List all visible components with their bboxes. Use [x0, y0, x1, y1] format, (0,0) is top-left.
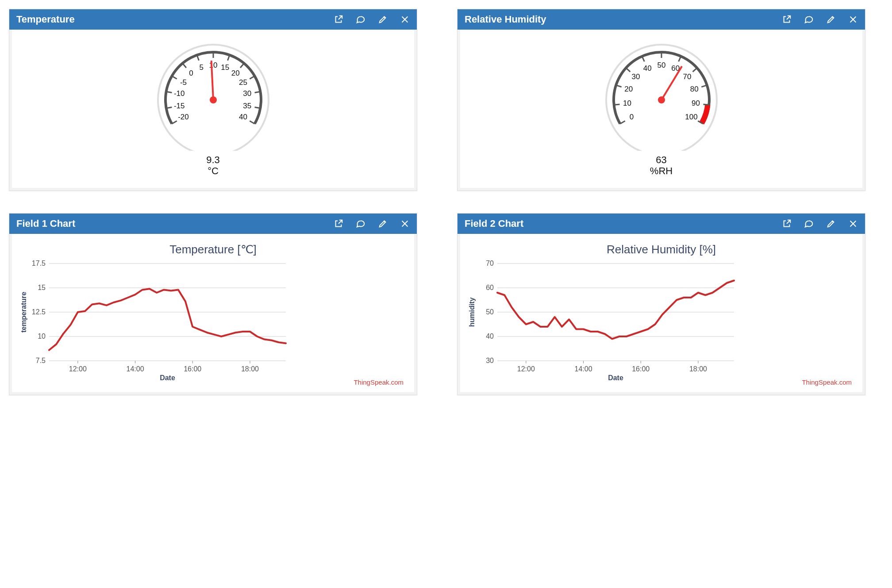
chart-title: Temperature [℃] [18, 243, 408, 256]
svg-text:30: 30 [631, 73, 640, 81]
svg-text:18:00: 18:00 [689, 365, 707, 373]
svg-text:14:00: 14:00 [127, 365, 144, 373]
panel-header: Temperature [9, 9, 417, 30]
svg-text:16:00: 16:00 [632, 365, 650, 373]
panel-temp-gauge: Temperature -20-15-10-50510152025303540 … [9, 9, 417, 191]
comment-icon[interactable] [356, 219, 365, 229]
gauge-reading: 63 %RH [650, 154, 673, 177]
chart-humidity: 304050607012:0014:0016:0018:00Datehumidi… [466, 259, 741, 383]
panel-header: Relative Humidity [458, 9, 865, 30]
edit-icon[interactable] [378, 219, 388, 229]
panel-title: Temperature [16, 14, 334, 25]
svg-text:20: 20 [231, 69, 239, 77]
chart-temperature: 7.51012.51517.512:0014:0016:0018:00Datet… [18, 259, 292, 383]
chart-credit: ThingSpeak.com [802, 378, 852, 386]
gauge-temperature: -20-15-10-50510152025303540 [147, 36, 280, 151]
svg-text:17.5: 17.5 [32, 260, 46, 267]
svg-text:50: 50 [657, 61, 665, 69]
gauge-value: 9.3 [206, 154, 220, 165]
svg-text:70: 70 [683, 73, 691, 81]
svg-text:50: 50 [486, 308, 494, 316]
svg-text:-15: -15 [173, 102, 185, 110]
svg-text:humidity: humidity [468, 298, 476, 327]
svg-text:7.5: 7.5 [36, 357, 46, 364]
close-icon[interactable] [848, 219, 858, 229]
svg-line-48 [703, 104, 709, 105]
comment-icon[interactable] [804, 219, 814, 229]
gauge-unit: %RH [650, 165, 673, 176]
svg-text:25: 25 [239, 78, 247, 87]
panel-header: Field 1 Chart [9, 214, 417, 234]
svg-line-30 [620, 121, 625, 124]
svg-line-36 [626, 68, 630, 72]
gauge-humidity: 0102030405060708090100 [595, 36, 728, 151]
panel-title: Relative Humidity [465, 14, 782, 25]
svg-line-11 [197, 55, 199, 61]
panel-body: -20-15-10-50510152025303540 9.3 °C [9, 30, 417, 191]
close-icon[interactable] [400, 219, 410, 229]
svg-text:15: 15 [38, 284, 46, 291]
close-icon[interactable] [400, 15, 410, 24]
edit-icon[interactable] [826, 15, 836, 24]
svg-text:0: 0 [629, 113, 633, 121]
panel-body: Temperature [℃] 7.51012.51517.512:0014:0… [9, 234, 417, 395]
svg-text:35: 35 [243, 102, 251, 110]
svg-text:Date: Date [160, 374, 175, 382]
panel-toolbar [782, 15, 858, 24]
svg-line-15 [227, 55, 229, 61]
svg-text:5: 5 [199, 63, 203, 72]
gauge-reading: 9.3 °C [206, 154, 220, 177]
svg-text:14:00: 14:00 [575, 365, 592, 373]
svg-text:10: 10 [623, 99, 631, 107]
svg-text:60: 60 [486, 284, 494, 291]
svg-text:30: 30 [243, 89, 251, 98]
svg-text:15: 15 [221, 63, 229, 72]
gauge-unit: °C [206, 165, 220, 176]
popout-icon[interactable] [334, 15, 343, 24]
panel-title: Field 2 Chart [465, 218, 782, 229]
svg-text:90: 90 [692, 99, 700, 107]
svg-text:12:00: 12:00 [517, 365, 535, 373]
svg-text:temperature: temperature [20, 292, 27, 333]
popout-icon[interactable] [782, 15, 792, 24]
panel-body: 0102030405060708090100 63 %RH [458, 30, 865, 191]
svg-text:10: 10 [38, 332, 46, 340]
popout-icon[interactable] [782, 219, 792, 229]
panel-toolbar [782, 219, 858, 229]
popout-icon[interactable] [334, 219, 343, 229]
edit-icon[interactable] [826, 219, 836, 229]
svg-line-9 [182, 63, 186, 68]
svg-text:-5: -5 [180, 78, 186, 87]
svg-text:12.5: 12.5 [32, 308, 46, 316]
svg-text:12:00: 12:00 [69, 365, 87, 373]
panel-hum-gauge: Relative Humidity 0102030405060708090100… [457, 9, 865, 191]
svg-text:80: 80 [690, 85, 698, 93]
panel-toolbar [334, 15, 410, 24]
close-icon[interactable] [848, 15, 858, 24]
panel-hum-chart: Field 2 Chart Relative Humidity [%] 3040… [457, 213, 865, 395]
svg-line-25 [250, 121, 254, 124]
svg-text:20: 20 [624, 85, 633, 93]
svg-text:0: 0 [189, 69, 193, 77]
comment-icon[interactable] [356, 15, 365, 24]
chart-title: Relative Humidity [%] [466, 243, 856, 256]
svg-line-1 [172, 121, 177, 124]
svg-text:40: 40 [486, 332, 494, 340]
panel-title: Field 1 Chart [16, 218, 334, 229]
svg-point-53 [658, 96, 665, 103]
svg-text:-20: -20 [178, 113, 189, 121]
svg-text:10: 10 [209, 61, 217, 69]
svg-text:-10: -10 [173, 89, 185, 98]
svg-line-19 [250, 76, 254, 79]
comment-icon[interactable] [804, 15, 814, 24]
chart-credit: ThingSpeak.com [354, 378, 404, 386]
svg-text:100: 100 [685, 113, 697, 121]
svg-text:40: 40 [643, 64, 651, 73]
svg-line-32 [614, 104, 619, 105]
svg-text:30: 30 [486, 357, 494, 364]
gauge-value: 63 [650, 154, 673, 165]
panel-body: Relative Humidity [%] 304050607012:0014:… [458, 234, 865, 395]
svg-line-17 [240, 63, 244, 68]
panel-toolbar [334, 219, 410, 229]
edit-icon[interactable] [378, 15, 388, 24]
